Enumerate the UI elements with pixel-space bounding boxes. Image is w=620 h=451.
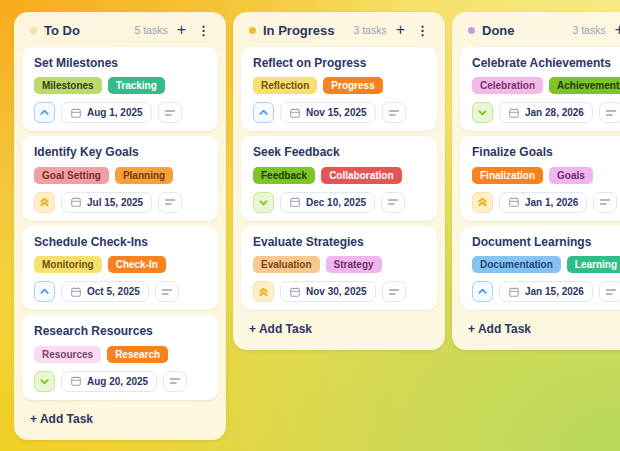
due-date-label: Nov 15, 2025	[306, 107, 367, 118]
tag: Monitoring	[34, 256, 102, 273]
due-date-chip[interactable]: Nov 30, 2025	[280, 281, 376, 302]
column-menu-icon[interactable]: ⋮	[195, 24, 212, 37]
due-date-chip[interactable]: Oct 5, 2025	[61, 281, 149, 302]
priority-high-icon[interactable]	[34, 102, 55, 123]
notes-chip[interactable]	[158, 102, 182, 123]
tag: Planning	[115, 167, 173, 184]
notes-icon	[164, 108, 176, 118]
card-meta: Jul 15, 2025	[34, 192, 206, 213]
notes-chip[interactable]	[599, 102, 620, 123]
calendar-icon	[70, 375, 82, 387]
task-card[interactable]: Celebrate Achievements Celebration Achie…	[460, 47, 620, 131]
priority-highest-icon[interactable]	[472, 192, 493, 213]
notes-icon	[164, 197, 176, 207]
task-card[interactable]: Set Milestones Milestones Tracking Aug 1…	[22, 47, 218, 131]
due-date-label: Dec 10, 2025	[306, 197, 366, 208]
task-count: 5 tasks	[134, 24, 167, 36]
column-title: Done	[482, 23, 515, 38]
task-title: Celebrate Achievements	[472, 56, 620, 70]
priority-low-icon[interactable]	[472, 102, 493, 123]
due-date-chip[interactable]: Jan 15, 2026	[499, 281, 593, 302]
task-card[interactable]: Seek Feedback Feedback Collaboration Dec…	[241, 136, 437, 220]
due-date-label: Oct 5, 2025	[87, 286, 140, 297]
notes-chip[interactable]	[382, 281, 406, 302]
tag: Goal Setting	[34, 167, 109, 184]
column-status-dot	[249, 27, 256, 34]
task-title: Evaluate Strategies	[253, 235, 425, 249]
due-date-chip[interactable]: Jan 28, 2026	[499, 102, 593, 123]
due-date-chip[interactable]: Dec 10, 2025	[280, 192, 375, 213]
column-todo: To Do 5 tasks + ⋮ Set Milestones Milesto…	[14, 12, 226, 440]
tag-list: Milestones Tracking	[34, 77, 206, 94]
column-menu-icon[interactable]: ⋮	[414, 24, 431, 37]
tag-list: Evaluation Strategy	[253, 256, 425, 273]
calendar-icon	[508, 196, 520, 208]
tag-list: Resources Research	[34, 346, 206, 363]
task-count: 3 tasks	[572, 24, 605, 36]
calendar-icon	[508, 286, 520, 298]
tag: Finalization	[472, 167, 543, 184]
task-title: Reflect on Progress	[253, 56, 425, 70]
tag-list: Feedback Collaboration	[253, 167, 425, 184]
priority-high-icon[interactable]	[34, 281, 55, 302]
tag: Tracking	[108, 77, 165, 94]
priority-high-icon[interactable]	[253, 102, 274, 123]
tag: Reflection	[253, 77, 317, 94]
priority-highest-icon[interactable]	[253, 281, 274, 302]
card-meta: Jan 1, 2026	[472, 192, 620, 213]
task-card[interactable]: Evaluate Strategies Evaluation Strategy …	[241, 226, 437, 310]
task-card[interactable]: Schedule Check-Ins Monitoring Check-In O…	[22, 226, 218, 310]
notes-chip[interactable]	[381, 192, 405, 213]
card-meta: Aug 20, 2025	[34, 371, 206, 392]
tag-list: Monitoring Check-In	[34, 256, 206, 273]
card-meta: Oct 5, 2025	[34, 281, 206, 302]
tag: Feedback	[253, 167, 315, 184]
column-done: Done 3 tasks + ⋮ Celebrate Achievements …	[452, 12, 620, 350]
column-header: In Progress 3 tasks + ⋮	[241, 12, 437, 47]
due-date-chip[interactable]: Aug 1, 2025	[61, 102, 152, 123]
due-date-chip[interactable]: Nov 15, 2025	[280, 102, 376, 123]
notes-chip[interactable]	[158, 192, 182, 213]
notes-chip[interactable]	[599, 281, 620, 302]
card-list: Reflect on Progress Reflection Progress …	[241, 47, 437, 310]
due-date-chip[interactable]: Jan 1, 2026	[499, 192, 587, 213]
card-meta: Aug 1, 2025	[34, 102, 206, 123]
kanban-board: To Do 5 tasks + ⋮ Set Milestones Milesto…	[0, 0, 620, 440]
priority-low-icon[interactable]	[34, 371, 55, 392]
priority-high-icon[interactable]	[472, 281, 493, 302]
calendar-icon	[70, 196, 82, 208]
task-card[interactable]: Research Resources Resources Research Au…	[22, 315, 218, 399]
task-card[interactable]: Document Learnings Documentation Learnin…	[460, 226, 620, 310]
tag: Learning	[567, 256, 620, 273]
notes-chip[interactable]	[593, 192, 617, 213]
notes-icon	[599, 197, 611, 207]
add-card-icon[interactable]: +	[394, 22, 407, 38]
due-date-chip[interactable]: Jul 15, 2025	[61, 192, 152, 213]
column-status-dot	[30, 27, 37, 34]
add-task-button[interactable]: + Add Task	[460, 310, 620, 344]
tag: Documentation	[472, 256, 561, 273]
due-date-label: Jan 1, 2026	[525, 197, 578, 208]
due-date-label: Aug 1, 2025	[87, 107, 143, 118]
notes-chip[interactable]	[163, 371, 187, 392]
task-card[interactable]: Identify Key Goals Goal Setting Planning…	[22, 136, 218, 220]
column-header: Done 3 tasks + ⋮	[460, 12, 620, 47]
add-card-icon[interactable]: +	[175, 22, 188, 38]
notes-chip[interactable]	[382, 102, 406, 123]
tag-list: Celebration Achievements	[472, 77, 620, 94]
tag: Milestones	[34, 77, 102, 94]
add-task-button[interactable]: + Add Task	[22, 400, 218, 434]
add-task-button[interactable]: + Add Task	[241, 310, 437, 344]
task-card[interactable]: Finalize Goals Finalization Goals Jan 1,…	[460, 136, 620, 220]
calendar-icon	[289, 196, 301, 208]
tag-list: Finalization Goals	[472, 167, 620, 184]
notes-chip[interactable]	[155, 281, 179, 302]
column-in-progress: In Progress 3 tasks + ⋮ Reflect on Progr…	[233, 12, 445, 350]
card-list: Set Milestones Milestones Tracking Aug 1…	[22, 47, 218, 400]
due-date-chip[interactable]: Aug 20, 2025	[61, 371, 157, 392]
task-card[interactable]: Reflect on Progress Reflection Progress …	[241, 47, 437, 131]
add-card-icon[interactable]: +	[613, 22, 620, 38]
priority-highest-icon[interactable]	[34, 192, 55, 213]
due-date-label: Jan 15, 2026	[525, 286, 584, 297]
priority-low-icon[interactable]	[253, 192, 274, 213]
